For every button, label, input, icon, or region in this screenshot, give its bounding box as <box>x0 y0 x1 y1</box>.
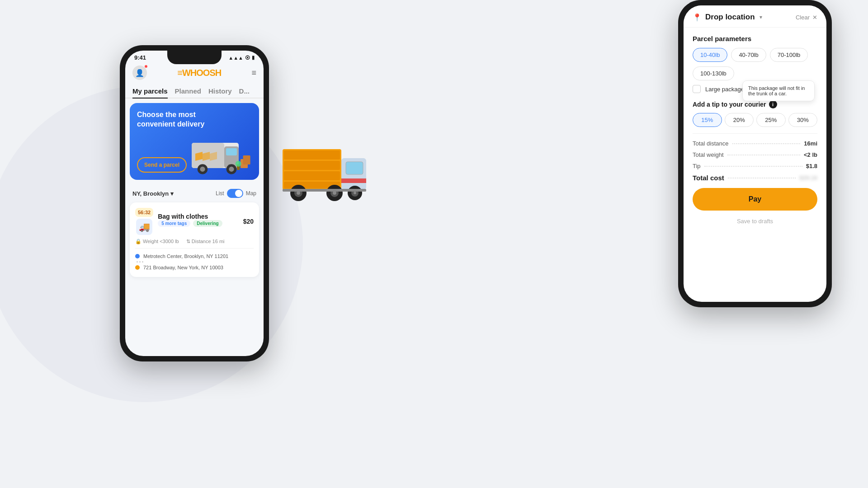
weight-label: Weight <box>143 239 158 244</box>
tab-more[interactable]: D... <box>239 84 250 99</box>
tip-section-title: Add a tip to your courier i <box>693 100 817 108</box>
summary-row-tip: Tip $1.8 <box>693 163 817 169</box>
tip-info-icon[interactable]: i <box>769 100 777 108</box>
parcel-meta: 🔒 Weight <3000 lb ⇅ Distance 16 mi <box>135 239 254 244</box>
location-pin-icon: 📍 <box>693 13 702 22</box>
dropoff-address: 721 Broadway, New York, NY 10003 <box>143 265 223 270</box>
weight-chip-2[interactable]: 70-100lb <box>770 48 808 62</box>
weight-chip-0[interactable]: 10-40lb <box>693 48 727 62</box>
weight-value: <3000 lb <box>160 239 179 244</box>
save-drafts-button[interactable]: Save to drafts <box>693 215 817 227</box>
app-logo: ≡WHOOSH <box>177 68 221 78</box>
drop-chevron-icon[interactable]: ▾ <box>760 14 762 20</box>
tip-summary-value: $1.8 <box>806 163 817 169</box>
panel-content: Parcel parameters 10-40lb 40-70lb 70-100… <box>684 28 826 297</box>
app-header: 👤 ≡WHOOSH ≡ <box>125 61 264 84</box>
tip-chip-0[interactable]: 15% <box>693 113 722 127</box>
list-view-label[interactable]: List <box>216 190 224 197</box>
svg-point-31 <box>354 192 356 194</box>
svg-point-28 <box>333 191 336 195</box>
tab-planned[interactable]: Planned <box>175 84 201 99</box>
drop-title-group: 📍 Drop location ▾ <box>693 13 762 22</box>
parcel-addresses: Metrotech Center, Brooklyn, NY 11201 721… <box>135 248 254 272</box>
large-package-label: Large package <box>705 86 744 93</box>
svg-point-25 <box>297 191 300 195</box>
wifi-icon: ⦿ <box>245 55 250 61</box>
tab-history[interactable]: History <box>208 84 232 99</box>
delivery-banner: Choose the most convenient delivery Send… <box>130 103 259 180</box>
svg-rect-12 <box>243 155 250 164</box>
summary-row-distance: Total distance 16mi <box>693 140 817 147</box>
total-value-blurred: $29.16 <box>799 174 817 181</box>
tip-chip-1[interactable]: 20% <box>725 113 754 127</box>
dropoff-dot <box>135 265 140 270</box>
parcel-top: 56:32 🚚 Bag with clothes 5 more tags Del… <box>135 208 254 235</box>
large-package-checkbox[interactable] <box>693 85 701 93</box>
battery-icon: ▮ <box>252 55 255 61</box>
view-toggle-switch[interactable] <box>227 189 243 198</box>
pay-button[interactable]: Pay <box>693 188 817 211</box>
send-parcel-button[interactable]: Send a parcel <box>137 157 187 173</box>
chevron-down-icon: ▾ <box>170 190 174 197</box>
tip-chip-3[interactable]: 30% <box>788 113 818 127</box>
phone-1: 9:41 ▲▲▲ ⦿ ▮ 👤 ≡WHOOSH ≡ My parcels Plan… <box>120 45 269 361</box>
distance-label: Total distance <box>693 140 729 147</box>
connector-dot-3 <box>142 261 143 263</box>
pickup-dot <box>135 254 140 258</box>
svg-rect-18 <box>284 171 340 180</box>
signal-icon: ▲▲▲ <box>228 55 243 61</box>
menu-icon[interactable]: ≡ <box>251 68 256 78</box>
parcel-params-title: Parcel parameters <box>693 35 817 42</box>
phone-notch <box>167 51 222 64</box>
weight-chip-1[interactable]: 40-70lb <box>731 48 766 62</box>
map-view-label[interactable]: Map <box>246 190 256 197</box>
weight-summary-value: <2 lb <box>804 151 817 158</box>
summary-section: Total distance 16mi Total weight <2 lb T… <box>693 133 817 182</box>
delivery-timer: 56:32 <box>135 208 153 217</box>
tab-my-parcels[interactable]: My parcels <box>132 84 168 99</box>
tip-summary-label: Tip <box>693 163 701 169</box>
tip-section: Add a tip to your courier i 15% 20% 25% … <box>693 100 817 127</box>
svg-point-14 <box>236 161 241 167</box>
total-label: Total cost <box>693 174 724 182</box>
close-icon: ✕ <box>812 14 817 21</box>
weight-summary-label: Total weight <box>693 151 724 158</box>
connector-dot-2 <box>139 261 141 263</box>
app-tabs: My parcels Planned History D... <box>125 84 264 99</box>
summary-row-weight: Total weight <2 lb <box>693 151 817 158</box>
pickup-address-row: Metrotech Center, Brooklyn, NY 11201 <box>135 252 254 260</box>
city-selector[interactable]: NY, Brooklyn ▾ <box>132 190 174 197</box>
drop-location-title: Drop location <box>705 13 755 22</box>
distance-value: 16 mi <box>212 239 225 244</box>
large-package-row: Large package i This package will not fi… <box>693 85 817 93</box>
svg-point-10 <box>229 167 234 172</box>
distance-value: 16mi <box>804 140 817 147</box>
dots-distance <box>732 143 801 144</box>
dots-weight <box>727 155 800 155</box>
parcel-card[interactable]: 56:32 🚚 Bag with clothes 5 more tags Del… <box>130 202 259 277</box>
weight-chips-row-2: 100-130lb <box>693 66 817 80</box>
weight-chip-3[interactable]: 100-130lb <box>693 66 734 80</box>
city-name: NY, Brooklyn <box>132 190 169 197</box>
notification-badge <box>144 65 148 68</box>
status-time: 9:41 <box>134 54 146 61</box>
logo-text: ≡WH <box>177 68 196 78</box>
clear-label: Clear <box>796 14 810 21</box>
parcel-icon: 🚚 <box>136 219 152 235</box>
distance-meta: ⇅ Distance 16 mi <box>186 239 225 244</box>
clear-button[interactable]: Clear ✕ <box>796 14 817 21</box>
svg-rect-22 <box>341 178 366 183</box>
avatar-icon: 👤 <box>135 69 144 77</box>
avatar[interactable]: 👤 <box>132 66 147 80</box>
dropoff-address-row: 721 Broadway, New York, NY 10003 <box>135 263 254 272</box>
svg-rect-17 <box>284 161 340 170</box>
weight-meta: 🔒 Weight <3000 lb <box>135 239 179 244</box>
svg-rect-32 <box>283 189 366 192</box>
parcel-left: 56:32 🚚 Bag with clothes 5 more tags Del… <box>135 208 222 235</box>
logo-text-2: OSH <box>203 68 221 78</box>
status-icons: ▲▲▲ ⦿ ▮ <box>228 55 255 61</box>
city-row: NY, Brooklyn ▾ List Map <box>125 184 264 202</box>
tip-chip-2[interactable]: 25% <box>756 113 786 127</box>
parcel-name: Bag with clothes <box>158 213 222 220</box>
tip-title-text: Add a tip to your courier <box>693 101 766 108</box>
